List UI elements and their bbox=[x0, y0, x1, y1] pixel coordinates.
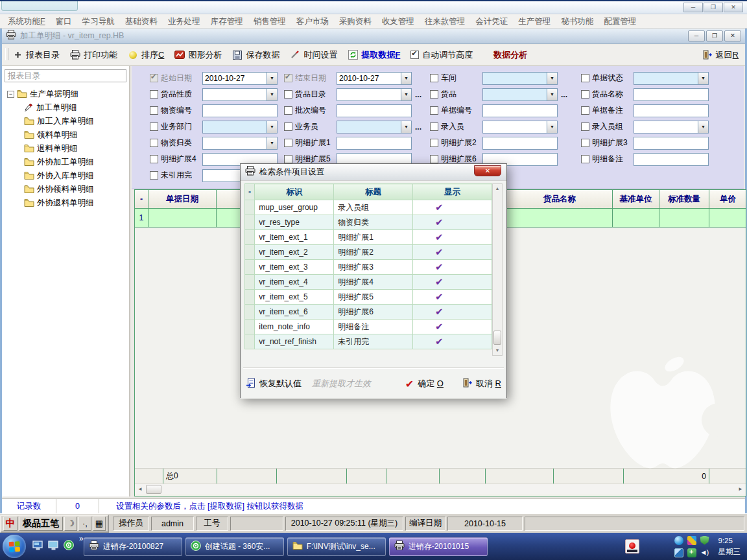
menu-item-1[interactable]: 系统功能F bbox=[3, 14, 51, 29]
tree-item-2[interactable]: 加工入库单明细 bbox=[2, 115, 129, 128]
menu-item-7[interactable]: 销售管理 bbox=[248, 14, 291, 29]
dialog-table-row[interactable]: vr_not_ref_finish未引用完✔ bbox=[245, 334, 492, 349]
checkbox-icon[interactable] bbox=[430, 90, 438, 99]
ok-button[interactable]: ✔ 确定 O bbox=[405, 378, 444, 390]
checkbox-icon[interactable] bbox=[430, 139, 438, 147]
checkbox-icon[interactable] bbox=[430, 106, 438, 115]
browser-360-icon[interactable] bbox=[64, 540, 74, 553]
dialog-column-header[interactable]: 标识 bbox=[255, 184, 334, 200]
ime-name[interactable]: 极品五笔 bbox=[19, 517, 63, 531]
menu-item-5[interactable]: 业务处理 bbox=[163, 14, 206, 29]
scrollbar-thumb[interactable] bbox=[146, 485, 161, 494]
dialog-column-header[interactable]: 显示 bbox=[413, 184, 492, 200]
condition-visible-check[interactable]: ✔ bbox=[413, 215, 492, 230]
chevron-down-icon[interactable]: ▼ bbox=[698, 121, 708, 133]
dialog-scrollbar-thumb[interactable] bbox=[493, 331, 501, 345]
taskbar-button-1[interactable]: 进销存-20100827 bbox=[84, 537, 182, 556]
chevron-down-icon[interactable]: ▼ bbox=[698, 73, 708, 84]
ime-keyboard-icon[interactable]: ▦ bbox=[93, 517, 106, 531]
checkbox-icon[interactable] bbox=[430, 155, 438, 163]
checkbox-icon[interactable] bbox=[150, 90, 158, 99]
filter-dropdown[interactable]: ▼ bbox=[634, 121, 709, 134]
toolbar-refresh-button[interactable]: 提取数据F bbox=[348, 49, 400, 61]
checkbox-icon[interactable] bbox=[284, 155, 292, 163]
checkbox-icon[interactable] bbox=[150, 74, 158, 82]
chevron-down-icon[interactable]: ▼ bbox=[401, 89, 411, 100]
chevron-down-icon[interactable]: ▼ bbox=[401, 73, 411, 84]
filter-input[interactable] bbox=[337, 104, 412, 117]
condition-visible-check[interactable]: ✔ bbox=[413, 245, 492, 260]
child-close-icon[interactable]: ✕ bbox=[724, 30, 741, 41]
tree-item-3[interactable]: 领料单明细 bbox=[2, 128, 129, 142]
checkbox-icon[interactable] bbox=[581, 122, 589, 131]
dialog-close-icon[interactable]: ✕ bbox=[474, 165, 501, 176]
column-header[interactable]: 单据日期 bbox=[148, 190, 217, 209]
column-header[interactable]: 标准数量 bbox=[659, 190, 709, 209]
filter-dropdown[interactable]: ▼ bbox=[634, 72, 709, 85]
tree-root-item[interactable]: −生产单据明细 bbox=[2, 88, 129, 101]
filter-input[interactable] bbox=[482, 137, 558, 150]
condition-visible-check[interactable]: ✔ bbox=[413, 290, 492, 305]
filter-dropdown[interactable]: ▼ bbox=[482, 88, 558, 101]
checkbox-icon[interactable] bbox=[581, 139, 589, 147]
chevron-down-icon[interactable]: ▼ bbox=[267, 73, 277, 84]
menu-item-15[interactable]: 配置管理 bbox=[599, 14, 641, 29]
shield-icon[interactable] bbox=[700, 536, 709, 545]
scroll-left-icon[interactable]: ◄ bbox=[135, 485, 145, 494]
condition-visible-check[interactable]: ✔ bbox=[413, 200, 492, 215]
table-cell[interactable] bbox=[659, 209, 709, 228]
menu-item-10[interactable]: 收支管理 bbox=[377, 14, 420, 29]
checkbox-icon[interactable] bbox=[284, 74, 292, 82]
menu-item-13[interactable]: 生产管理 bbox=[513, 14, 556, 29]
tree-item-6[interactable]: 外协入库单明细 bbox=[2, 169, 129, 183]
dialog-table-row[interactable]: vr_item_ext_1明细扩展1✔ bbox=[245, 230, 492, 245]
filter-dropdown[interactable]: ▼ bbox=[202, 121, 278, 134]
checkbox-icon[interactable] bbox=[430, 122, 438, 131]
close-icon[interactable]: ✕ bbox=[724, 3, 743, 12]
table-cell[interactable]: 1 bbox=[135, 209, 148, 228]
scroll-right-icon[interactable]: ► bbox=[735, 485, 746, 494]
table-cell[interactable] bbox=[613, 209, 659, 228]
chevron-icon[interactable]: » bbox=[79, 534, 84, 543]
data-analysis-button[interactable]: 数据分析 bbox=[493, 49, 527, 61]
menu-item-4[interactable]: 基础资料 bbox=[120, 14, 163, 29]
filter-dropdown[interactable]: ▼ bbox=[482, 121, 558, 134]
checkbox-icon[interactable] bbox=[150, 106, 158, 115]
checkbox-icon[interactable] bbox=[284, 90, 292, 99]
filter-input[interactable] bbox=[482, 104, 558, 117]
qq-icon[interactable] bbox=[674, 536, 683, 545]
filter-input[interactable] bbox=[202, 104, 278, 117]
table-cell[interactable] bbox=[709, 209, 746, 228]
checkbox-icon[interactable] bbox=[150, 122, 158, 131]
return-button[interactable]: 返回R bbox=[702, 49, 739, 61]
checkbox-icon[interactable] bbox=[410, 51, 419, 59]
tree-item-8[interactable]: 外协退料单明细 bbox=[2, 196, 129, 210]
recorder-tray-icon[interactable] bbox=[625, 539, 639, 554]
dialog-table-row[interactable]: vr_item_ext_6明细扩展6✔ bbox=[245, 305, 492, 320]
menu-item-8[interactable]: 客户市场 bbox=[291, 14, 334, 29]
dialog-column-header[interactable]: 标题 bbox=[334, 184, 413, 200]
ime-punctuation-icon[interactable]: ·, bbox=[78, 517, 91, 531]
filter-input[interactable] bbox=[634, 104, 709, 117]
column-header[interactable]: 单价 bbox=[709, 190, 746, 209]
ime-cn-icon[interactable]: 中 bbox=[3, 517, 18, 531]
chevron-down-icon[interactable]: ▼ bbox=[547, 89, 557, 100]
dialog-table-row[interactable]: vr_item_ext_2明细扩展2✔ bbox=[245, 245, 492, 260]
dialog-table-row[interactable]: mup_user_group录入员组✔ bbox=[245, 200, 492, 215]
filter-dropdown[interactable]: 2010-10-27▼ bbox=[202, 72, 278, 85]
filter-input[interactable] bbox=[634, 137, 709, 150]
column-header[interactable]: 货品名称 bbox=[507, 190, 613, 209]
condition-visible-check[interactable]: ✔ bbox=[413, 320, 492, 334]
dialog-table-row[interactable]: vr_item_ext_4明细扩展4✔ bbox=[245, 275, 492, 290]
checkbox-icon[interactable] bbox=[150, 171, 158, 180]
filter-dropdown[interactable]: ▼ bbox=[337, 88, 412, 101]
checkbox-icon[interactable] bbox=[581, 106, 589, 115]
collapse-icon[interactable]: − bbox=[7, 91, 14, 98]
dialog-table-row[interactable]: vr_item_ext_3明细扩展3✔ bbox=[245, 260, 492, 275]
tree-item-1[interactable]: 加工单明细 bbox=[2, 101, 129, 115]
ime-toolbar[interactable]: 中 极品五笔 ☽ ·, ▦ bbox=[0, 515, 109, 533]
menu-item-9[interactable]: 采购资料 bbox=[334, 14, 377, 29]
start-button[interactable] bbox=[3, 535, 26, 558]
chevron-down-icon[interactable]: ▼ bbox=[267, 89, 277, 100]
checkbox-icon[interactable] bbox=[284, 106, 292, 115]
